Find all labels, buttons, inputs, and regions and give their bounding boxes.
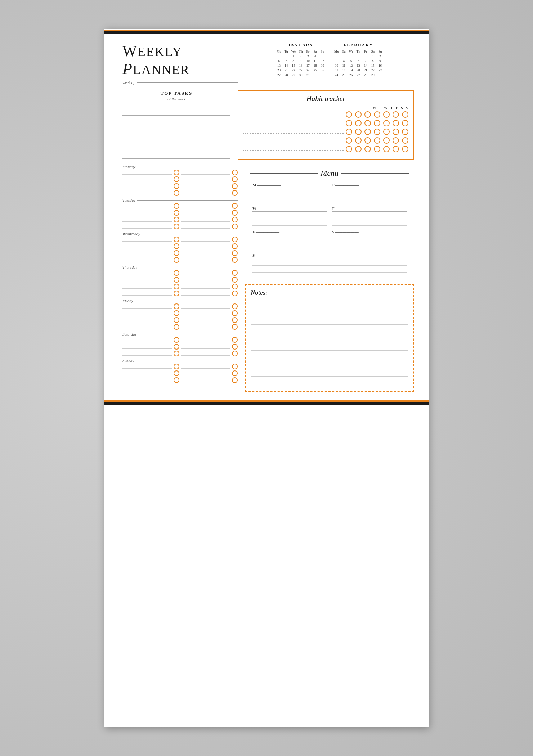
saturday-label: Saturday	[122, 332, 238, 336]
habit-tracker-area: Habit tracker M T W T F S S	[238, 90, 414, 160]
habit-row-1	[243, 111, 408, 118]
monday-section: Monday	[122, 165, 238, 196]
wednesday-section: Wednesday	[122, 231, 238, 263]
week-of-line	[137, 82, 238, 83]
monday-row-1	[122, 170, 238, 175]
habit-row-2	[243, 120, 408, 126]
sunday-section: Sunday	[122, 359, 238, 383]
menu-grid: M —————— T —————— W ——————	[250, 181, 409, 275]
menu-friday: F ——————	[250, 228, 330, 252]
january-calendar: JANUARY Mo Tu We Th Fr Sa Su 1	[276, 42, 326, 77]
task-line-1[interactable]	[122, 106, 230, 116]
bottom-border	[104, 400, 429, 405]
menu-wednesday: W ——————	[250, 205, 330, 228]
january-title: JANUARY	[276, 42, 326, 48]
habit-row-5	[243, 146, 408, 152]
week-of-label: week of:	[122, 80, 136, 85]
task-line-5[interactable]	[122, 149, 230, 159]
content-area: WEEKLY PLANNER week of: JANUARY Mo Tu We	[104, 34, 429, 400]
menu-monday: M ——————	[250, 181, 330, 205]
task-line-2[interactable]	[122, 117, 230, 126]
monday-row-4	[122, 190, 238, 196]
menu-box: Menu M —————— T ——————	[245, 165, 414, 279]
friday-label: Friday	[122, 298, 238, 303]
monday-label: Monday	[122, 165, 238, 169]
header-section: WEEKLY PLANNER week of: JANUARY Mo Tu We	[122, 42, 414, 85]
calendars-area: JANUARY Mo Tu We Th Fr Sa Su 1	[245, 42, 414, 77]
week-of: week of:	[122, 80, 238, 85]
top-tasks-title: TOP TASKS	[122, 90, 230, 96]
notes-title: Notes:	[251, 289, 408, 297]
menu-sunday: S ——————	[250, 252, 409, 275]
habit-row-3	[243, 129, 408, 135]
habit-row-4	[243, 137, 408, 144]
january-grid: Mo Tu We Th Fr Sa Su 1 2 3 4	[276, 49, 326, 77]
menu-tuesday: T ——————	[330, 181, 409, 205]
title-area: WEEKLY PLANNER week of:	[122, 42, 238, 85]
thursday-section: Thursday	[122, 265, 238, 296]
menu-title: Menu	[250, 168, 409, 178]
top-border	[104, 30, 429, 34]
monday-row-3	[122, 183, 238, 189]
tuesday-label: Tuesday	[122, 198, 238, 202]
habit-days-header: M T W T F S S	[243, 106, 408, 110]
tuesday-section: Tuesday	[122, 198, 238, 229]
top-tasks-area: TOP TASKS of the week	[122, 90, 230, 160]
schedule-area: Monday	[122, 165, 238, 392]
top-tasks-subtitle: of the week	[122, 97, 230, 101]
february-calendar: FEBRUARY Mo Tu We Th Fr Sa Su	[333, 42, 384, 77]
habit-tracker-title: Habit tracker	[243, 95, 408, 103]
sunday-label: Sunday	[122, 359, 238, 363]
notes-box: Notes:	[245, 284, 414, 392]
task-line-3[interactable]	[122, 128, 230, 137]
menu-thursday: T ——————	[330, 205, 409, 228]
right-panel: Menu M —————— T ——————	[245, 165, 414, 392]
friday-section: Friday	[122, 298, 238, 330]
main-section: Monday	[122, 165, 414, 392]
planner-page: WEEKLY PLANNER week of: JANUARY Mo Tu We	[104, 29, 429, 727]
february-grid: Mo Tu We Th Fr Sa Su 1 2	[333, 49, 384, 77]
saturday-section: Saturday	[122, 332, 238, 356]
planner-title: WEEKLY PLANNER	[122, 42, 238, 78]
wednesday-label: Wednesday	[122, 231, 238, 236]
middle-section: TOP TASKS of the week Habit tracker M T …	[122, 90, 414, 160]
thursday-label: Thursday	[122, 265, 238, 269]
monday-row-2	[122, 176, 238, 182]
february-title: FEBRUARY	[333, 42, 384, 48]
menu-saturday: S ——————	[330, 228, 409, 252]
task-line-4[interactable]	[122, 139, 230, 148]
